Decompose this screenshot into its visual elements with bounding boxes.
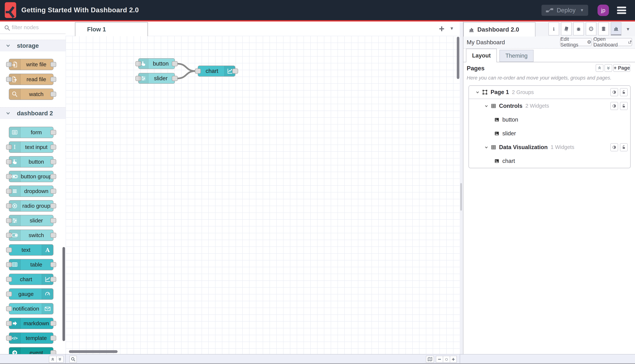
palette-node-read-file[interactable]: read file (9, 74, 54, 85)
dashboard-tab-button[interactable] (611, 22, 621, 36)
palette-node-notification[interactable]: notification (9, 303, 54, 314)
output-port[interactable] (172, 61, 178, 66)
palette-collapse-down-button[interactable] (56, 356, 64, 363)
palette-node-chart[interactable]: chart (9, 274, 54, 285)
debug-tab-button[interactable] (573, 22, 584, 36)
chevron-down-icon[interactable] (484, 145, 489, 150)
output-port[interactable] (50, 233, 56, 238)
tree-row-button[interactable]: button (469, 113, 630, 126)
output-port[interactable] (50, 92, 56, 97)
gear-icon: ⚙ (587, 40, 591, 44)
open-dashboard-button[interactable]: Open Dashboard (593, 38, 632, 46)
chevron-down-icon[interactable] (475, 90, 480, 94)
output-port[interactable] (232, 68, 238, 74)
context-tab-button[interactable] (598, 22, 609, 36)
output-port[interactable] (50, 130, 56, 135)
tree-row-slider[interactable]: slider (469, 126, 630, 140)
flow-grid[interactable]: button slider chart (66, 36, 460, 354)
palette-node-event[interactable]: event (9, 347, 54, 354)
add-page-button[interactable]: + Page (613, 64, 630, 72)
user-avatar[interactable]: jp (597, 4, 609, 16)
palette-node-dropdown[interactable]: dropdown (9, 186, 54, 197)
tree-row-controls[interactable]: Controls 2 Widgets (469, 99, 630, 113)
lock-button[interactable] (620, 143, 628, 151)
output-port[interactable] (50, 159, 56, 164)
palette-node-template[interactable]: </> template (9, 332, 54, 344)
palette-node-form[interactable]: form (9, 127, 54, 138)
footer-divider (65, 354, 66, 364)
output-port[interactable] (50, 321, 56, 326)
palette-scrollbar[interactable] (63, 247, 65, 341)
output-port[interactable] (50, 336, 56, 341)
lock-button[interactable] (620, 102, 628, 110)
visibility-button[interactable] (610, 102, 618, 110)
book-icon (563, 26, 569, 32)
canvas-vertical-scrollbar[interactable] (457, 37, 459, 79)
visibility-button[interactable] (610, 143, 618, 151)
tab-dashboard-2[interactable]: Dashboard 2.0 (463, 22, 535, 36)
config-tab-button[interactable]: ⚙ (586, 22, 596, 36)
tree-row-chart[interactable]: chart (469, 154, 630, 168)
palette-node-gauge[interactable]: gauge (9, 288, 54, 300)
node-label: watch (21, 89, 52, 100)
move-down-button[interactable] (604, 64, 612, 72)
edit-settings-button[interactable]: Edit Settings ⚙ (560, 38, 592, 46)
canvas-search-button[interactable] (70, 356, 77, 363)
palette-node-button-group[interactable]: button group (9, 171, 54, 182)
palette-node-markdown[interactable]: markdown (9, 318, 54, 329)
flow-node-slider[interactable]: slider (138, 73, 175, 84)
flow-list-caret-icon[interactable]: ▼ (450, 26, 454, 31)
output-port[interactable] (50, 350, 56, 354)
palette-node-switch[interactable]: switch (9, 230, 54, 241)
palette-node-table[interactable]: table (9, 259, 54, 270)
palette-category-storage[interactable]: storage (0, 40, 66, 52)
move-up-button[interactable] (596, 64, 603, 72)
palette-collapse-up-button[interactable] (49, 356, 56, 363)
deploy-caret-icon[interactable]: ▼ (580, 8, 584, 13)
external-link-icon (628, 40, 632, 44)
palette-node-slider[interactable]: slider (9, 215, 54, 226)
zoom-out-button[interactable]: − (436, 356, 443, 363)
filter-nodes-input[interactable] (12, 22, 62, 32)
output-port[interactable] (50, 203, 56, 208)
tree-row-page1[interactable]: Page 1 2 Groups (469, 86, 630, 99)
palette-node-write-file[interactable]: write file (9, 59, 54, 70)
palette-category-dashboard2[interactable]: dashboard 2 (0, 107, 66, 119)
flow-node-button[interactable]: button (138, 58, 175, 69)
gutter-scroll-thumb[interactable] (460, 183, 462, 211)
output-port[interactable] (50, 144, 56, 150)
output-port[interactable] (50, 218, 56, 223)
palette-node-text-input[interactable]: I text input (9, 142, 54, 153)
open-dashboard-label: Open Dashboard (593, 36, 626, 48)
lock-button[interactable] (620, 88, 628, 96)
output-port[interactable] (172, 76, 178, 81)
output-port[interactable] (50, 62, 56, 67)
output-port[interactable] (50, 188, 56, 194)
palette-node-text[interactable]: A text (9, 244, 54, 256)
output-port[interactable] (50, 174, 56, 179)
output-port[interactable] (50, 277, 56, 282)
visibility-button[interactable] (610, 88, 618, 96)
chevron-down-icon[interactable] (484, 104, 489, 108)
tab-flow1[interactable]: Flow 1 (75, 22, 148, 36)
tab-layout[interactable]: Layout (466, 49, 497, 62)
palette-node-radio-group[interactable]: radio group (9, 200, 54, 212)
info-tab-button[interactable]: i (548, 22, 559, 36)
add-flow-button[interactable]: + (436, 22, 448, 35)
panel-resize-gutter[interactable] (460, 22, 463, 354)
tree-row-data-visualization[interactable]: Data Visualization 1 Widgets (469, 140, 630, 154)
palette-node-button[interactable]: button (9, 156, 54, 168)
zoom-reset-button[interactable]: ○ (443, 356, 450, 363)
help-tab-button[interactable] (561, 22, 572, 36)
minimap-button[interactable] (426, 356, 434, 363)
zoom-in-button[interactable]: + (450, 356, 457, 363)
flow-node-chart[interactable]: chart (198, 66, 235, 76)
output-port[interactable] (50, 77, 56, 82)
output-port[interactable] (50, 262, 56, 267)
main-menu-button[interactable] (617, 6, 626, 14)
sidebar-menu-caret-icon[interactable]: ▼ (626, 27, 630, 32)
tab-theming[interactable]: Theming (499, 50, 533, 62)
canvas-horizontal-scrollbar[interactable] (69, 350, 118, 353)
palette-node-watch[interactable]: watch (9, 88, 54, 100)
deploy-button[interactable]: Deploy ▼ (541, 5, 588, 16)
